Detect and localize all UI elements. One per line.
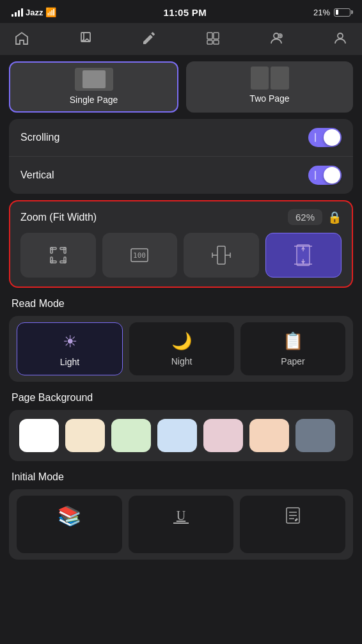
book-icon: 📚 (58, 505, 81, 527)
bg-color-options (19, 419, 343, 452)
battery-percent: 21% (313, 8, 330, 17)
svg-rect-12 (64, 247, 66, 253)
two-page-thumb (251, 67, 289, 90)
zoom-options: 100 (20, 233, 342, 278)
svg-rect-2 (207, 33, 212, 39)
bookmarks-icon[interactable] (73, 26, 98, 51)
zoom-title: Zoom (Fit Width) (20, 212, 97, 223)
initial-mode-options: 📚 U (17, 496, 345, 553)
page-view-options: Single Page Two Page (9, 61, 353, 113)
bg-color-peach[interactable] (249, 419, 289, 452)
moon-icon: 🌙 (171, 331, 192, 351)
read-mode-paper-btn[interactable]: 📋 Paper (240, 322, 345, 375)
bg-color-gray[interactable] (295, 419, 335, 452)
sun-icon: ☀ (63, 332, 77, 352)
svg-text:U: U (177, 508, 186, 522)
initial-mode-section: 📚 U (9, 489, 353, 560)
bg-color-white[interactable] (19, 419, 59, 452)
initial-mode-book-btn[interactable]: 📚 (17, 496, 122, 553)
zoom-header: Zoom (Fit Width) 62% 🔒 (20, 209, 342, 225)
zoom-percent: 62% (288, 209, 322, 225)
page-background-label: Page Background (12, 392, 350, 404)
two-page-option[interactable]: Two Page (186, 61, 353, 113)
scrolling-toggle[interactable] (308, 128, 342, 147)
read-mode-night-btn[interactable]: 🌙 Night (129, 322, 234, 375)
zoom-fit-screen-btn[interactable] (20, 233, 96, 278)
read-mode-options: ☀ Light 🌙 Night 📋 Paper (17, 322, 345, 375)
svg-rect-19 (217, 246, 225, 264)
svg-rect-4 (207, 40, 212, 44)
signal-icon (12, 8, 23, 17)
svg-rect-5 (214, 40, 219, 44)
read-mode-paper-label: Paper (281, 356, 304, 366)
zoom-100-btn[interactable]: 100 (102, 233, 178, 278)
svg-rect-14 (51, 257, 52, 263)
vertical-row: Vertical (9, 157, 353, 194)
read-mode-night-label: Night (171, 356, 193, 366)
initial-mode-label: Initial Mode (12, 471, 350, 483)
single-page-thumb (75, 68, 113, 91)
toggles-section: Scrolling Vertical (9, 119, 353, 194)
user-icon[interactable] (264, 26, 289, 51)
edit-icon[interactable] (136, 26, 162, 51)
toolbar (0, 23, 362, 55)
vertical-toggle[interactable] (308, 166, 342, 185)
svg-text:100: 100 (133, 251, 146, 260)
svg-rect-3 (214, 33, 219, 39)
zoom-section: Zoom (Fit Width) 62% 🔒 100 (9, 200, 353, 288)
single-page-label: Single Page (70, 95, 118, 105)
zoom-fit-width-btn[interactable] (184, 233, 259, 278)
initial-mode-edit-btn[interactable]: U (129, 496, 234, 553)
status-right: 21% (313, 8, 350, 17)
zoom-fit-height-btn[interactable] (265, 233, 342, 278)
bg-color-pink[interactable] (203, 419, 243, 452)
read-mode-section: ☀ Light 🌙 Night 📋 Paper (9, 316, 353, 382)
pages-icon[interactable] (200, 26, 226, 51)
vertical-label: Vertical (20, 169, 54, 181)
bg-color-blue[interactable] (157, 419, 197, 452)
svg-rect-16 (64, 257, 66, 263)
bg-color-green[interactable] (111, 419, 151, 452)
status-time: 11:05 PM (164, 7, 207, 18)
account-icon[interactable] (327, 26, 353, 51)
read-mode-label: Read Mode (12, 298, 350, 310)
underline-icon: U (170, 505, 192, 531)
status-bar: Jazz 📶 11:05 PM 21% (0, 0, 362, 23)
two-page-label: Two Page (249, 93, 289, 104)
scrolling-label: Scrolling (20, 132, 59, 143)
annotate-icon (282, 505, 304, 531)
carrier-name: Jazz (26, 8, 43, 17)
home-icon[interactable] (9, 26, 35, 51)
status-carrier: Jazz 📶 (12, 7, 56, 17)
page-background-section (9, 410, 353, 461)
bg-color-cream[interactable] (65, 419, 105, 452)
read-mode-light-btn[interactable]: ☀ Light (17, 322, 123, 375)
single-page-option[interactable]: Single Page (9, 61, 178, 113)
svg-rect-10 (51, 247, 52, 253)
battery-icon (334, 8, 350, 17)
wifi-icon: 📶 (45, 7, 56, 17)
page-view-section: Single Page Two Page (9, 61, 353, 113)
scrolling-row: Scrolling (9, 119, 353, 157)
lock-icon[interactable]: 🔒 (327, 210, 342, 224)
svg-point-8 (338, 33, 343, 38)
initial-mode-annotate-btn[interactable] (240, 496, 345, 553)
paper-icon: 📋 (283, 331, 303, 351)
zoom-value-container: 62% 🔒 (288, 209, 342, 225)
read-mode-light-label: Light (60, 357, 79, 367)
